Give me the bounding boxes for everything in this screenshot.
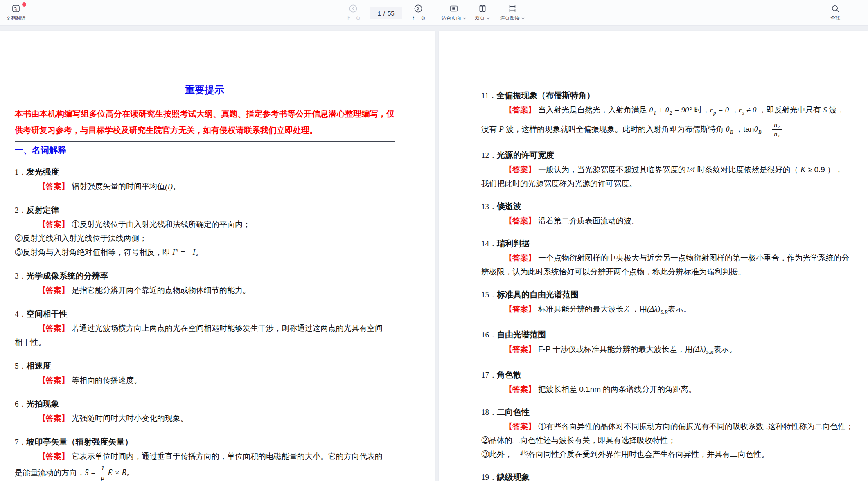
term-separator: ．: [19, 362, 27, 370]
term-item: 7．坡印亭矢量（辐射强度矢量）【答案】它表示单位时间内，通过垂直于传播方向的，单…: [15, 434, 395, 481]
term-title: 相速度: [27, 361, 51, 370]
chevron-down-icon: [486, 16, 490, 20]
term-separator: ．: [489, 290, 497, 299]
page-left: 重要提示 本书由本机构编写组多位高分在读研究生按照考试大纲、真题、指定参考书等公…: [0, 31, 435, 481]
answer-line: 相干性。: [15, 335, 395, 349]
notice-title: 重要提示: [15, 83, 395, 97]
answer-label: 【答案】: [38, 220, 69, 229]
answer-text: 是能量流动的方向，: [15, 468, 85, 477]
answer-text: 我们把此时的光源宽度称为光源的许可宽度。: [481, 179, 637, 188]
fit-page-button[interactable]: 适合页面: [440, 4, 468, 22]
math-text: =: [762, 125, 771, 133]
answer-line: 【答案】标准具能分辨的最大波长差，用(Δλ)S.R表示。: [481, 302, 856, 319]
term-heading: 6．光拍现象: [15, 396, 395, 411]
term-item: 15．标准具的自由光谱范围【答案】标准具能分辨的最大波长差，用(Δλ)S.R表示…: [481, 287, 856, 319]
prev-page-button[interactable]: 上一页: [341, 4, 365, 22]
answer-line: 是能量流动的方向，S̄ = 1μĒ × B̄。: [15, 463, 395, 481]
answer-line: 辨极限，认为此时系统恰好可以分辨开两个点物，称此分辨标准为瑞利判据。: [481, 265, 856, 279]
document-viewport[interactable]: 重要提示 本书由本机构编写组多位高分在读研究生按照考试大纲、真题、指定参考书等公…: [0, 26, 868, 481]
term-item: 17．角色散【答案】把波长相差 0.1nm 的两条谱线分开的角距离。: [481, 367, 856, 396]
term-title: 自由光谱范围: [497, 330, 546, 339]
term-number: 3: [15, 272, 19, 280]
answer-line: 【答案】F-P 干涉仪或标准具能分辨的最大波长差，用(Δλ)S.R表示。: [481, 342, 856, 359]
answer-line: 【答案】①有些各向异性的晶体对不同振动方向的偏振光有不同的吸收系数 ,这种特性称…: [481, 420, 856, 434]
term-number: 13: [481, 202, 489, 211]
answer-text: 波，这样的现象就叫全偏振现象。此时的入射角即为布儒斯特角: [504, 125, 726, 133]
term-separator: ．: [489, 239, 497, 248]
answer-line: 【答案】①反射光线位于由入射光线和法线所确定的平面内；: [15, 218, 395, 232]
translate-document-label: 文档翻译: [6, 15, 26, 22]
term-item: 18．二向色性【答案】①有些各向异性的晶体对不同振动方向的偏振光有不同的吸收系数…: [481, 405, 856, 461]
math-text: (Δλ): [647, 305, 660, 313]
term-number: 5: [15, 362, 19, 370]
answer-line: 【答案】若通过光波场横方向上两点的光在空间相遇时能够发生干涉，则称通过这两点的光…: [15, 321, 395, 335]
math-fraction: 1μ: [99, 464, 106, 481]
answer-text: 。: [195, 248, 203, 256]
term-title: 坡印亭矢量（辐射强度矢量）: [27, 437, 133, 446]
term-item: 14．瑞利判据【答案】一个点物衍射图样的中央极大与近旁另一点物衍射图样的第一极小…: [481, 236, 856, 279]
fraction-denominator: μ: [99, 473, 106, 481]
answer-line: ②晶体的二向色性还与波长有关，即具有选择吸收特性；: [481, 434, 856, 447]
page-indicator[interactable]: 1 / 55: [370, 7, 402, 19]
fraction-numerator: 1: [99, 464, 106, 473]
continuous-reading-button[interactable]: 连页阅读: [497, 4, 528, 22]
translate-document-button[interactable]: 中 文档翻译: [3, 4, 29, 22]
right-term-list: 11．全偏振现象（布儒斯特角）【答案】当入射光是自然光，入射角满足 θ1 + θ…: [481, 88, 856, 481]
term-number: 17: [481, 371, 489, 379]
current-page[interactable]: 1: [377, 10, 381, 17]
term-item: 13．倏逝波【答案】沿着第二介质表面流动的波。: [481, 199, 856, 228]
answer-line: 我们把此时的光源宽度称为光源的许可宽度。: [481, 177, 856, 191]
notification-dot: [22, 2, 26, 7]
answer-text: 辐射强度矢量的时间平均值: [72, 182, 165, 191]
math-text: = 0: [716, 106, 729, 114]
math-subscript: B: [758, 129, 762, 135]
answer-text: 波，: [827, 106, 844, 114]
translate-document-icon: 中: [11, 4, 20, 13]
term-item: 12．光源的许可宽度【答案】一般认为，当光源宽度不超过其临界宽度的1∕4 时条纹…: [481, 148, 856, 191]
term-separator: ．: [19, 168, 27, 176]
math-text: (Δλ): [693, 345, 706, 353]
answer-line: 【答案】辐射强度矢量的时间平均值(I)。: [15, 180, 395, 193]
term-item: 6．光拍现象【答案】光强随时间时大时小变化的现象。: [15, 396, 395, 425]
term-heading: 4．空间相干性: [15, 306, 395, 321]
math-text: 1∕4: [686, 165, 695, 174]
total-pages: 55: [388, 10, 395, 17]
answer-line: 【答案】当入射光是自然光，入射角满足 θ1 + θ2 = 90° 时，rp = …: [481, 103, 856, 120]
answer-text: 等相面的传播速度。: [72, 376, 142, 384]
answer-text: 时条纹对比度依然是很好的（: [695, 165, 800, 174]
find-button[interactable]: 查找: [823, 4, 847, 22]
next-page-icon: [414, 4, 423, 13]
math-text: θ: [649, 106, 653, 114]
chevron-down-icon: [462, 16, 467, 20]
answer-label: 【答案】: [38, 182, 69, 191]
term-title: 二向色性: [497, 407, 530, 416]
term-number: 6: [15, 400, 19, 408]
continuous-reading-label: 连页阅读: [500, 15, 520, 22]
answer-line: ③此外，一些各向同性介质在受到外界作用时也会产生各向异性，并具有二向色性。: [481, 447, 856, 461]
term-number: 11: [481, 91, 489, 100]
math-text: θ: [754, 125, 758, 133]
term-title: 空间相干性: [27, 309, 68, 318]
two-page-view-button[interactable]: 双页: [471, 4, 494, 22]
term-heading: 3．光学成像系统的分辨率: [15, 268, 395, 283]
answer-line: 【答案】一般认为，当光源宽度不超过其临界宽度的1∕4 时条纹对比度依然是很好的（…: [481, 163, 856, 177]
term-heading: 12．光源的许可宽度: [481, 148, 856, 163]
answer-label: 【答案】: [505, 422, 536, 431]
term-number: 15: [481, 290, 489, 299]
math-text: P: [499, 125, 504, 133]
toolbar-divider: [435, 9, 435, 18]
math-text: (I): [165, 182, 173, 191]
term-heading: 16．自由光谱范围: [481, 327, 856, 342]
answer-text: ，即反射光中只有: [756, 106, 823, 114]
answer-label: 【答案】: [505, 216, 536, 225]
term-number: 12: [481, 151, 489, 160]
term-item: 2．反射定律【答案】①反射光线位于由入射光线和法线所确定的平面内；②反射光线和入…: [15, 202, 395, 259]
answer-text: 标准具能分辨的最大波长差，用: [538, 305, 647, 313]
math-text: = 90°: [672, 106, 692, 114]
next-page-button[interactable]: 下一页: [406, 4, 431, 22]
find-label: 查找: [830, 15, 840, 22]
term-item: 16．自由光谱范围【答案】F-P 干涉仪或标准具能分辨的最大波长差，用(Δλ)S…: [481, 327, 856, 359]
answer-label: 【答案】: [505, 165, 536, 174]
answer-line: 【答案】沿着第二介质表面流动的波。: [481, 214, 856, 228]
fraction-denominator: n₁: [772, 130, 781, 138]
